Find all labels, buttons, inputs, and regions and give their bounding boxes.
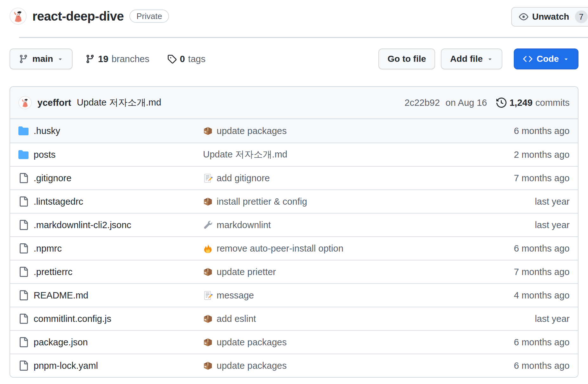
file-name-link[interactable]: .gitignore — [34, 173, 203, 183]
add-file-button[interactable]: Add file — [441, 48, 502, 69]
commit-message-link[interactable]: update packages — [203, 361, 474, 371]
folder-icon — [18, 126, 34, 136]
file-row[interactable]: README.md message 4 months ago — [10, 283, 578, 307]
file-table-body: .husky update packages 6 months ago post… — [10, 119, 578, 377]
file-row[interactable]: .gitignore add gitignore 7 months ago — [10, 166, 578, 189]
memo-icon — [203, 173, 213, 183]
file-name-link[interactable]: posts — [34, 150, 203, 160]
commit-message-link[interactable]: update packages — [203, 337, 474, 348]
file-icon — [18, 361, 34, 371]
chevron-down-icon — [57, 56, 63, 62]
file-row[interactable]: package.json update packages 6 months ag… — [10, 330, 578, 354]
file-row[interactable]: posts Update 저자소개.md 2 months ago — [10, 143, 578, 166]
file-icon — [18, 337, 34, 347]
file-icon — [18, 290, 34, 300]
commit-message-link[interactable]: add eslint — [203, 314, 474, 324]
file-commit-date: 2 months ago — [474, 150, 570, 160]
commit-message-text: remove auto-peer-install option — [217, 243, 343, 254]
package-icon — [203, 126, 213, 136]
unwatch-button[interactable]: Unwatch 7 — [511, 7, 588, 27]
file-name-link[interactable]: README.md — [34, 290, 203, 301]
file-name-link[interactable]: pnpm-lock.yaml — [34, 361, 203, 371]
commit-message-text: update packages — [217, 361, 287, 371]
code-button[interactable]: Code — [514, 48, 578, 69]
file-name-link[interactable]: .lintstagedrc — [34, 196, 203, 207]
file-commit-date: last year — [474, 196, 570, 207]
commits-count: 1,249 — [509, 98, 532, 108]
file-table: yceffort Update 저자소개.md 2c22b92 on Aug 1… — [10, 86, 578, 378]
file-icon — [18, 196, 34, 207]
latest-commit-message[interactable]: Update 저자소개.md — [77, 96, 161, 109]
visibility-badge: Private — [129, 10, 169, 23]
unwatch-label: Unwatch — [532, 12, 569, 22]
commit-message-link[interactable]: update prietter — [203, 267, 474, 277]
commit-message-link[interactable]: Update 저자소개.md — [203, 148, 474, 161]
repo-owner-avatar — [10, 8, 27, 25]
tags-link[interactable]: 0 tags — [167, 54, 206, 64]
tags-label: tags — [188, 54, 206, 64]
commit-message-link[interactable]: update packages — [203, 126, 474, 136]
file-name-link[interactable]: .markdownlint-cli2.jsonc — [34, 220, 203, 230]
package-icon — [203, 361, 213, 371]
tags-count: 0 — [180, 54, 185, 64]
commits-label: commits — [535, 98, 570, 108]
commit-message-text: add eslint — [217, 314, 256, 324]
file-commit-date: 7 months ago — [474, 173, 570, 183]
repo-title[interactable]: react-deep-dive — [32, 9, 124, 23]
commit-message-text: update packages — [217, 126, 287, 136]
file-icon — [18, 267, 34, 277]
file-icon — [18, 243, 34, 253]
file-icon — [18, 220, 34, 230]
latest-commit-bar: yceffort Update 저자소개.md 2c22b92 on Aug 1… — [10, 87, 578, 119]
branch-selector[interactable]: main — [10, 48, 73, 69]
file-row[interactable]: .npmrc remove auto-peer-install option 6… — [10, 236, 578, 260]
code-icon — [523, 54, 532, 64]
file-name-link[interactable]: commitlint.config.js — [34, 314, 203, 324]
folder-icon — [18, 150, 34, 160]
file-row[interactable]: .prettierrc update prietter 7 months ago — [10, 260, 578, 283]
commit-message-text: install prettier & config — [217, 196, 307, 207]
commit-author-avatar[interactable] — [18, 96, 32, 109]
file-name-link[interactable]: package.json — [34, 337, 203, 348]
branches-link[interactable]: 19 branches — [85, 54, 149, 64]
file-commit-date: 7 months ago — [474, 267, 570, 277]
chevron-down-icon — [563, 56, 569, 62]
file-row[interactable]: .markdownlint-cli2.jsonc markdownlint la… — [10, 213, 578, 236]
commit-author[interactable]: yceffort — [37, 98, 71, 108]
chevron-down-icon — [487, 56, 493, 62]
branches-count: 19 — [98, 54, 108, 64]
header-divider — [19, 37, 588, 38]
commit-message-text: update packages — [217, 337, 287, 348]
file-row[interactable]: commitlint.config.js add eslint last yea… — [10, 307, 578, 330]
file-commit-date: 4 months ago — [474, 290, 570, 301]
add-file-label: Add file — [450, 54, 483, 64]
commit-message-text: message — [217, 290, 254, 301]
commits-history-link[interactable]: 1,249 commits — [496, 98, 570, 108]
fire-icon — [203, 244, 213, 253]
file-row[interactable]: pnpm-lock.yaml update packages 6 months … — [10, 354, 578, 377]
branches-label: branches — [112, 54, 149, 64]
go-to-file-button[interactable]: Go to file — [378, 48, 435, 69]
commit-message-link[interactable]: remove auto-peer-install option — [203, 243, 474, 254]
file-row[interactable]: .lintstagedrc install prettier & config … — [10, 189, 578, 213]
file-commit-date: 6 months ago — [474, 243, 570, 254]
commit-date: on Aug 16 — [446, 98, 487, 108]
commit-sha[interactable]: 2c22b92 — [405, 98, 440, 108]
commit-message-link[interactable]: add gitignore — [203, 173, 474, 183]
file-commit-date: 6 months ago — [474, 361, 570, 371]
eye-icon — [519, 12, 528, 22]
commit-message-link[interactable]: message — [203, 290, 474, 301]
file-icon — [18, 314, 34, 324]
branch-label: main — [32, 54, 53, 64]
watch-count-badge: 7 — [575, 10, 588, 23]
file-row[interactable]: .husky update packages 6 months ago — [10, 119, 578, 143]
file-name-link[interactable]: .husky — [34, 126, 203, 136]
memo-icon — [203, 291, 213, 300]
commit-message-link[interactable]: markdownlint — [203, 220, 474, 230]
file-name-link[interactable]: .prettierrc — [34, 267, 203, 277]
package-icon — [203, 267, 213, 277]
package-icon — [203, 337, 213, 347]
file-name-link[interactable]: .npmrc — [34, 243, 203, 254]
commit-message-link[interactable]: install prettier & config — [203, 196, 474, 207]
tag-icon — [167, 54, 177, 64]
